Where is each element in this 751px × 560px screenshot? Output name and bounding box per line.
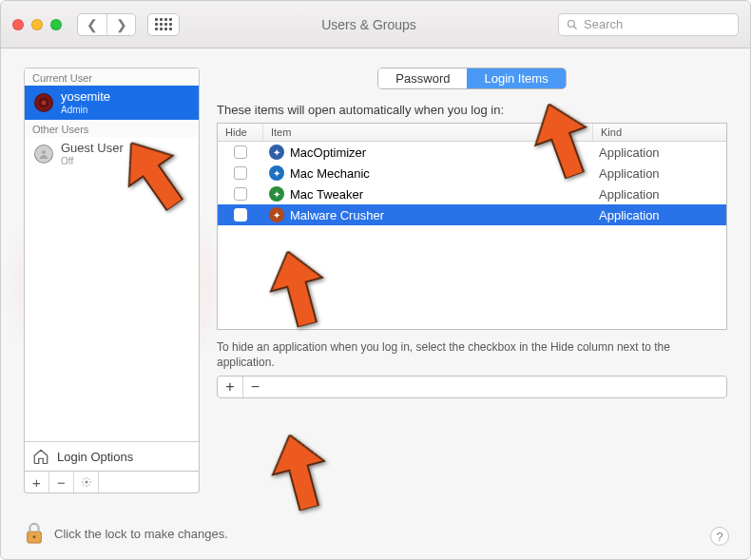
sidebar-footer: + − [24,472,200,493]
item-kind: Application [593,164,726,183]
search-field[interactable]: Search [558,13,739,36]
login-options-button[interactable]: Login Options [25,441,199,471]
users-sidebar: Current User yosemite Admin Other Users [24,68,200,493]
app-icon: ✦ [269,165,284,181]
item-name: MacOptimizer [290,145,366,160]
user-role: Admin [61,105,110,115]
login-items-description: These items will open automatically when… [217,103,727,117]
gear-icon [81,476,92,488]
user-row-guest[interactable]: Guest User Off [25,137,199,171]
table-body: ✦MacOptimizerApplication✦Mac MechanicApp… [218,142,726,225]
user-role: Off [61,156,124,166]
tab-password[interactable]: Password [378,68,467,88]
nav-back-forward: ❮ ❯ [77,13,136,36]
lock-bar: Click the lock to make changes. [24,521,228,546]
toolbar: ❮ ❯ Users & Groups Search [1,1,750,48]
remove-user-button[interactable]: − [49,472,74,492]
forward-button[interactable]: ❯ [106,14,135,35]
item-name: Mac Mechanic [290,166,370,181]
login-options-label: Login Options [57,450,133,464]
user-row-current[interactable]: yosemite Admin [25,86,199,120]
user-actions-button[interactable] [74,472,99,492]
add-login-item-button[interactable]: + [218,377,242,397]
app-icon: ✦ [269,145,284,160]
lock-text: Click the lock to make changes. [54,527,228,541]
lock-icon[interactable] [24,521,45,546]
app-icon: ✦ [269,207,284,222]
avatar [34,145,53,164]
svg-point-7 [33,535,36,538]
window-title: Users & Groups [191,17,547,32]
svg-point-0 [568,20,575,27]
login-items-footer: + − [217,376,727,398]
table-row[interactable]: ✦MacOptimizerApplication [218,142,726,163]
avatar [34,93,53,112]
user-name: yosemite [61,90,110,105]
search-placeholder: Search [584,17,623,31]
hide-checkbox[interactable] [234,187,247,201]
svg-point-3 [42,100,47,105]
add-user-button[interactable]: + [25,472,49,492]
item-name: Malware Crusher [290,208,384,222]
home-icon [32,448,49,465]
table-row[interactable]: ✦Mac MechanicApplication [218,163,726,183]
item-kind: Application [593,143,726,163]
hide-checkbox[interactable] [234,166,247,180]
svg-point-4 [42,150,46,154]
prefs-window: ❮ ❯ Users & Groups Search Current User [0,0,751,560]
remove-login-item-button[interactable]: − [242,377,267,397]
search-icon [567,19,578,30]
hide-checkbox[interactable] [234,145,247,159]
col-item[interactable]: Item [263,124,593,141]
zoom-window-button[interactable] [50,19,62,30]
app-icon: ✦ [269,186,284,202]
item-kind: Application [593,205,726,225]
grid-icon [155,18,172,30]
show-all-prefs-button[interactable] [147,13,180,36]
section-current-user: Current User [25,68,199,86]
table-header: Hide Item Kind [218,124,726,142]
user-name: Guest User [61,142,124,156]
hide-checkbox[interactable] [234,208,247,222]
main-panel: Password Login Items These items will op… [217,68,727,493]
hide-hint: To hide an application when you log in, … [217,339,727,370]
svg-point-5 [85,481,87,484]
table-row[interactable]: ✦Malware CrusherApplication [218,204,726,225]
tab-login-items[interactable]: Login Items [467,68,565,88]
window-controls [12,19,62,30]
svg-line-1 [574,26,577,29]
login-items-table: Hide Item Kind ✦MacOptimizerApplication✦… [217,123,727,330]
tab-control: Password Login Items [377,68,566,89]
help-button[interactable]: ? [710,527,729,546]
minimize-window-button[interactable] [31,19,43,30]
close-window-button[interactable] [12,19,24,30]
table-row[interactable]: ✦Mac TweakerApplication [218,183,726,204]
col-kind[interactable]: Kind [593,124,726,141]
item-kind: Application [593,184,726,204]
col-hide[interactable]: Hide [218,124,263,141]
user-list: Current User yosemite Admin Other Users [24,68,200,472]
section-other-users: Other Users [25,120,199,137]
back-button[interactable]: ❮ [78,14,106,35]
item-name: Mac Tweaker [290,187,363,202]
